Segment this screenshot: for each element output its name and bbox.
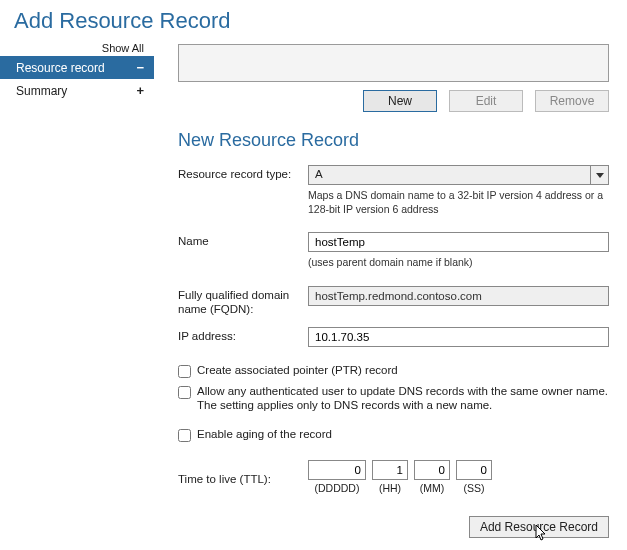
new-button[interactable]: New: [363, 90, 437, 112]
auth-update-checkbox[interactable]: [178, 386, 191, 399]
type-label: Resource record type:: [178, 165, 308, 216]
ip-label: IP address:: [178, 327, 308, 347]
ttl-seconds-input[interactable]: [456, 460, 492, 480]
aging-checkbox-label: Enable aging of the record: [197, 427, 332, 442]
show-all-link[interactable]: Show All: [0, 42, 154, 56]
ip-input[interactable]: [308, 327, 609, 347]
record-list[interactable]: [178, 44, 609, 82]
aging-checkbox[interactable]: [178, 429, 191, 442]
ptr-checkbox[interactable]: [178, 365, 191, 378]
remove-button: Remove: [535, 90, 609, 112]
ttl-days-input[interactable]: [308, 460, 366, 480]
main-panel: New Edit Remove New Resource Record Reso…: [154, 38, 627, 544]
page-title: Add Resource Record: [0, 0, 627, 38]
type-hint: Maps a DNS domain name to a 32-bit IP ve…: [308, 189, 609, 216]
nav-label: Resource record: [16, 61, 105, 75]
name-label: Name: [178, 232, 308, 270]
ttl-minutes-unit: (MM): [420, 482, 445, 494]
chevron-down-icon[interactable]: [590, 166, 608, 184]
add-resource-record-button[interactable]: Add Resource Record: [469, 516, 609, 538]
ttl-days-unit: (DDDDD): [315, 482, 360, 494]
ttl-hours-input[interactable]: [372, 460, 408, 480]
edit-button: Edit: [449, 90, 523, 112]
nav-label: Summary: [16, 84, 67, 98]
ttl-minutes-input[interactable]: [414, 460, 450, 480]
sidebar: Show All Resource record − Summary +: [0, 38, 154, 544]
fqdn-input: [308, 286, 609, 306]
name-input[interactable]: [308, 232, 609, 252]
nav-item-resource-record[interactable]: Resource record −: [0, 56, 154, 79]
auth-update-checkbox-label: Allow any authenticated user to update D…: [197, 384, 609, 414]
ttl-label: Time to live (TTL):: [178, 470, 308, 485]
ttl-seconds-unit: (SS): [464, 482, 485, 494]
name-hint: (uses parent domain name if blank): [308, 256, 609, 270]
ttl-hours-unit: (HH): [379, 482, 401, 494]
collapse-icon[interactable]: −: [136, 60, 144, 75]
section-title: New Resource Record: [178, 130, 609, 151]
type-value: A: [309, 166, 590, 184]
type-select[interactable]: A: [308, 165, 609, 185]
ptr-checkbox-label: Create associated pointer (PTR) record: [197, 363, 398, 378]
fqdn-label: Fully qualified domain name (FQDN):: [178, 286, 308, 317]
nav-item-summary[interactable]: Summary +: [0, 79, 154, 102]
expand-icon[interactable]: +: [136, 83, 144, 98]
